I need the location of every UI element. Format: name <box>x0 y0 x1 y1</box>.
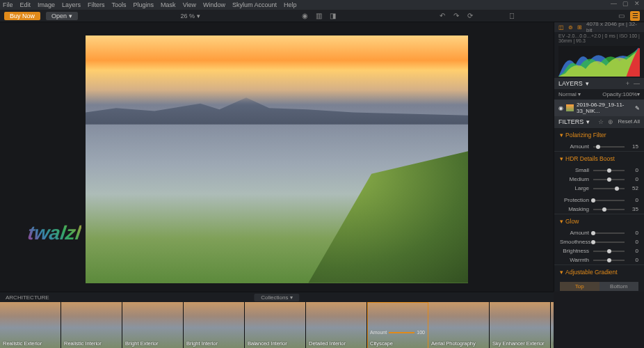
slider-track[interactable] <box>593 251 625 252</box>
buy-button[interactable]: Buy Now <box>4 12 40 20</box>
preset-thumb[interactable]: Amount100Cityscape <box>367 302 428 348</box>
redo-icon[interactable]: ↷ <box>451 11 461 21</box>
slider-value: 52 <box>629 185 638 191</box>
preset-thumb[interactable]: Bright Exterior <box>122 302 184 348</box>
exif-info: EV -2.0…0.0…+2.0 | 0 ms | ISO 100 | 36mm… <box>554 32 644 45</box>
slider-track[interactable] <box>593 232 625 234</box>
slider-value: 0 <box>629 239 638 245</box>
maximize-icon[interactable]: ▢ <box>622 0 629 7</box>
preset-label: Bright Interior <box>186 340 218 347</box>
undo-icon[interactable]: ↶ <box>437 11 447 21</box>
minimize-icon[interactable]: — <box>611 0 617 7</box>
preset-label: Realistic Interior <box>64 340 102 347</box>
opacity-value[interactable]: 100% <box>623 91 637 97</box>
slider-track[interactable] <box>593 146 625 148</box>
open-button[interactable]: Open ▾ <box>46 12 78 20</box>
reset-all-button[interactable]: Reset All <box>618 118 640 125</box>
preset-thumb[interactable]: HDR Look Exter <box>551 302 554 348</box>
crop-icon[interactable]: ⎕ <box>507 11 517 21</box>
slider-row: Brightness 0 <box>554 246 644 255</box>
menu-file[interactable]: File <box>3 1 13 8</box>
preset-thumb[interactable]: Bright Interior <box>184 302 245 348</box>
blend-mode-dropdown[interactable]: Normal ▾ <box>558 91 581 97</box>
layer-name: 2019-06-29_19-11-33_NIK... <box>577 102 632 114</box>
chevron-down-icon: ▾ <box>69 13 72 19</box>
before-after-icon[interactable]: ◨ <box>328 11 337 21</box>
menu-tools[interactable]: Tools <box>112 1 127 8</box>
favorite-icon[interactable]: ☆ <box>598 118 604 125</box>
slider-row: Medium 0 <box>554 175 644 184</box>
menu-image[interactable]: Image <box>38 1 55 8</box>
preset-thumb[interactable]: Balanced Interior <box>245 302 306 348</box>
caret-down-icon: ▾ <box>560 269 563 276</box>
add-layer-icon[interactable]: + <box>626 80 629 87</box>
preset-thumb[interactable]: Realistic Exterior <box>0 302 61 348</box>
filter-hdr-details: ▾HDR Details Boost Small 0 Medium 0 Larg… <box>554 151 644 214</box>
close-icon[interactable]: ✕ <box>634 0 640 7</box>
layer-menu-icon[interactable]: — <box>634 80 640 87</box>
slider-track[interactable] <box>593 260 625 261</box>
info-tab-icon[interactable]: ⊚ <box>568 24 573 31</box>
preset-thumb[interactable]: Detailed Interior <box>306 302 367 348</box>
tab-top[interactable]: Top <box>560 282 599 291</box>
slider-track[interactable] <box>593 170 625 171</box>
menu-plugins[interactable]: Plugins <box>134 1 154 8</box>
eye-icon[interactable]: ◉ <box>558 105 563 111</box>
slider-label: Medium <box>560 176 589 182</box>
preset-label: Detailed Interior <box>309 340 346 347</box>
slider-label: Large <box>560 185 589 191</box>
slider-track[interactable] <box>593 242 625 243</box>
slider-track[interactable] <box>593 179 625 180</box>
slider-track[interactable] <box>593 209 625 210</box>
layers-header[interactable]: LAYERS▾ +— <box>554 78 644 89</box>
slider-value: 0 <box>629 257 638 263</box>
side-panel: ◫ ⊚ ⊞ 4078 x 2046 px | 32-bit EV -2.0…0.… <box>554 22 644 292</box>
caret-down-icon: ▾ <box>560 155 563 162</box>
slider-row: Large 52 <box>554 184 644 193</box>
slider-track[interactable] <box>593 200 625 201</box>
chevron-down-icon: ▾ <box>586 80 589 87</box>
tab-bottom[interactable]: Bottom <box>599 282 639 291</box>
preset-label: Balanced Interior <box>248 340 287 347</box>
slider-row: Amount 15 <box>554 142 644 151</box>
canvas[interactable]: twalzl <box>0 22 554 292</box>
menu-window[interactable]: Window <box>203 1 225 8</box>
filters-panel-icon[interactable]: ☰ <box>630 11 640 21</box>
slider-track[interactable] <box>593 188 625 189</box>
layer-item[interactable]: ◉ 2019-06-29_19-11-33_NIK... ✎ <box>554 100 644 116</box>
preset-thumb[interactable]: Aerial Photography <box>428 302 490 348</box>
preset-label: Realistic Exterior <box>3 340 42 347</box>
slider-row: Protection 0 <box>554 196 644 205</box>
compare-icon[interactable]: ▥ <box>314 11 323 21</box>
preset-thumb[interactable]: Sky Enhancer Exterior <box>490 302 551 348</box>
filters-header[interactable]: FILTERS▾ ☆ ⊕ Reset All <box>554 116 644 127</box>
nav-tab-icon[interactable]: ⊞ <box>577 24 582 31</box>
collections-dropdown[interactable]: Collections ▾ <box>254 294 299 301</box>
menu-view[interactable]: View <box>183 1 196 8</box>
add-filter-icon[interactable]: ⊕ <box>608 118 613 125</box>
menu-help[interactable]: Help <box>284 1 297 8</box>
filter-polarizing: ▾Polarizing Filter Amount 15 <box>554 127 644 151</box>
brush-icon[interactable]: ✎ <box>635 105 640 111</box>
filter-glow: ▾Glow Amount 0 Smoothness 0 Brightness 0… <box>554 214 644 264</box>
menu-skylum[interactable]: Skylum Account <box>232 1 277 8</box>
preset-thumb[interactable]: Realistic Interior <box>61 302 122 348</box>
presets-panel-icon[interactable]: ▭ <box>616 11 626 21</box>
zoom-dropdown[interactable]: 26 % ▾ <box>181 13 200 19</box>
menu-edit[interactable]: Edit <box>20 1 31 8</box>
slider-label: Smoothness <box>560 239 589 245</box>
history-icon[interactable]: ⟳ <box>465 11 475 21</box>
photo <box>86 35 468 283</box>
menu-layers[interactable]: Layers <box>62 1 81 8</box>
menu-filters[interactable]: Filters <box>88 1 105 8</box>
chevron-down-icon: ▾ <box>586 118 590 125</box>
slider-row: Amount 0 <box>554 228 644 237</box>
eye-icon[interactable]: ◉ <box>300 11 309 21</box>
menu-mask[interactable]: Mask <box>161 1 176 8</box>
slider-row: Masking 35 <box>554 205 644 214</box>
slider-label: Masking <box>560 206 589 212</box>
slider-value: 0 <box>629 167 638 173</box>
histogram-tab-icon[interactable]: ◫ <box>558 24 564 31</box>
preset-label: Sky Enhancer Exterior <box>492 340 545 347</box>
toolbar: Buy Now Open ▾ 26 % ▾ ◉ ▥ ◨ ↶ ↷ ⟳ ⎕ ▭ ☰ <box>0 10 644 22</box>
